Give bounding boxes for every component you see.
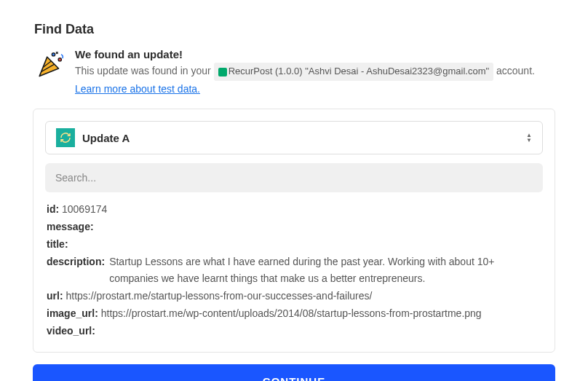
page-title: Find Data xyxy=(34,22,555,37)
found-title: We found an update! xyxy=(75,48,552,60)
found-subtitle: This update was found in your RecurPost … xyxy=(75,63,552,97)
update-selector[interactable]: Update A ▲▼ xyxy=(45,121,543,154)
learn-more-link[interactable]: Learn more about test data. xyxy=(75,83,200,95)
recurpost-icon xyxy=(218,68,227,76)
found-prefix: This update was found in your xyxy=(75,65,211,76)
field-message: message: xyxy=(47,219,541,236)
found-suffix: account. xyxy=(496,65,535,76)
field-title: title: xyxy=(47,236,541,254)
field-image-url: image_url: https://prostart.me/wp-conten… xyxy=(47,305,541,323)
svg-point-3 xyxy=(52,53,55,56)
account-badge: RecurPost (1.0.0) "Ashvi Desai - AshuDes… xyxy=(214,63,493,81)
chevron-sort-icon: ▲▼ xyxy=(526,133,532,143)
svg-point-4 xyxy=(58,58,61,61)
recurpost-app-icon xyxy=(56,128,75,147)
account-label: RecurPost (1.0.0) "Ashvi Desai - AshuDes… xyxy=(229,66,489,76)
field-video-url: video_url: xyxy=(47,323,541,340)
data-card: Update A ▲▼ id: 10069174 message: title:… xyxy=(33,109,555,352)
selector-label: Update A xyxy=(82,132,526,144)
field-description: description: Startup Lessons are what I … xyxy=(47,254,541,288)
continue-button[interactable]: CONTINUE xyxy=(33,364,555,381)
search-input[interactable] xyxy=(45,163,543,192)
svg-marker-0 xyxy=(39,57,58,76)
field-id: id: 10069174 xyxy=(47,201,541,219)
party-popper-icon xyxy=(36,48,66,79)
update-header: We found an update! This update was foun… xyxy=(33,48,555,97)
data-fields-list: id: 10069174 message: title: description… xyxy=(45,201,543,339)
field-url: url: https://prostart.me/startup-lessons… xyxy=(47,288,541,305)
